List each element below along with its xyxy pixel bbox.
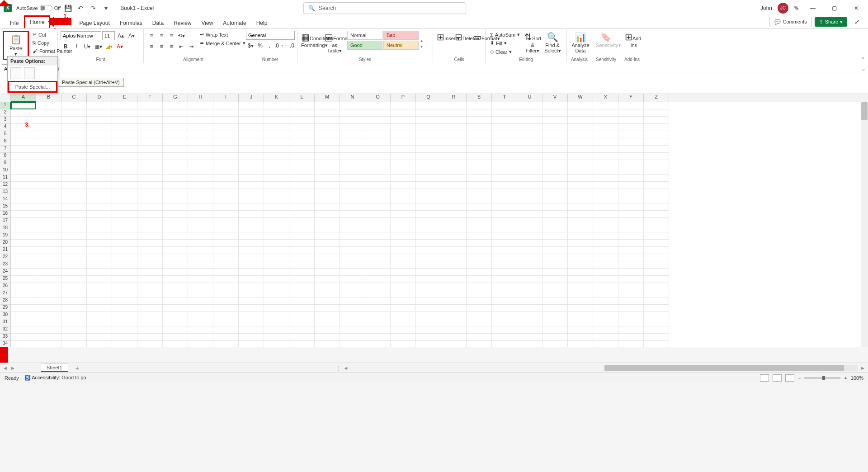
cell-X21[interactable] [593, 247, 618, 254]
cell-Z19[interactable] [644, 232, 669, 240]
cell-Z20[interactable] [644, 240, 669, 247]
cell-J30[interactable] [239, 312, 264, 319]
cell-N25[interactable] [340, 276, 365, 283]
cell-Y14[interactable] [618, 196, 644, 203]
cell-N26[interactable] [340, 283, 365, 290]
autosave-toggle[interactable]: AutoSave Off [16, 5, 61, 11]
cell-A28[interactable] [11, 297, 36, 305]
cell-M3[interactable] [315, 117, 340, 124]
cell-L24[interactable] [289, 269, 315, 276]
cell-D21[interactable] [87, 247, 112, 254]
cell-X16[interactable] [593, 211, 618, 218]
cell-D2[interactable] [87, 109, 112, 117]
cell-X26[interactable] [593, 283, 618, 290]
cell-N16[interactable] [340, 211, 365, 218]
cell-J31[interactable] [239, 319, 264, 326]
fill-color-button[interactable]: ◢▾ [104, 42, 114, 52]
cell-B6[interactable] [36, 138, 61, 146]
row-header-28[interactable]: 28 [0, 297, 11, 305]
row-header-8[interactable]: 8 [0, 153, 11, 160]
cell-Q11[interactable] [416, 175, 441, 182]
cell-W6[interactable] [568, 138, 593, 146]
cell-K11[interactable] [264, 175, 289, 182]
cell-M12[interactable] [315, 182, 340, 189]
style-bad[interactable]: Bad [383, 31, 419, 40]
zoom-level[interactable]: 100% [851, 375, 863, 381]
cell-S15[interactable] [467, 203, 492, 211]
cell-F24[interactable] [137, 269, 163, 276]
cell-V3[interactable] [542, 117, 568, 124]
cell-A31[interactable] [11, 319, 36, 326]
cell-H31[interactable] [188, 319, 213, 326]
cell-Y3[interactable] [618, 117, 644, 124]
cell-E9[interactable] [112, 160, 137, 167]
cell-M11[interactable] [315, 175, 340, 182]
cell-H22[interactable] [188, 254, 213, 261]
cell-E34[interactable] [112, 341, 137, 347]
cell-N14[interactable] [340, 196, 365, 203]
cell-Q27[interactable] [416, 290, 441, 297]
cell-L31[interactable] [289, 319, 315, 326]
cell-Y18[interactable] [618, 225, 644, 232]
cell-O30[interactable] [365, 312, 391, 319]
cell-C32[interactable] [61, 326, 87, 334]
col-header-J[interactable]: J [239, 94, 264, 102]
cell-T34[interactable] [492, 341, 517, 347]
cell-G21[interactable] [163, 247, 188, 254]
cell-W22[interactable] [568, 254, 593, 261]
page-layout-view-icon[interactable] [773, 374, 782, 382]
col-header-F[interactable]: F [137, 94, 163, 102]
cell-S18[interactable] [467, 225, 492, 232]
cell-P16[interactable] [391, 211, 416, 218]
cell-I13[interactable] [213, 189, 239, 196]
cell-X29[interactable] [593, 305, 618, 312]
cell-G13[interactable] [163, 189, 188, 196]
cell-K7[interactable] [264, 146, 289, 153]
cell-W13[interactable] [568, 189, 593, 196]
cell-W2[interactable] [568, 109, 593, 117]
cell-M34[interactable] [315, 341, 340, 347]
cell-J21[interactable] [239, 247, 264, 254]
cell-K18[interactable] [264, 225, 289, 232]
cell-O14[interactable] [365, 196, 391, 203]
col-header-N[interactable]: N [340, 94, 365, 102]
cell-H14[interactable] [188, 196, 213, 203]
col-header-W[interactable]: W [568, 94, 593, 102]
cell-L32[interactable] [289, 326, 315, 334]
cell-Y15[interactable] [618, 203, 644, 211]
minimize-button[interactable]: — [805, 2, 821, 14]
cell-U13[interactable] [517, 189, 542, 196]
cell-Y31[interactable] [618, 319, 644, 326]
cell-Q22[interactable] [416, 254, 441, 261]
sort-filter-button[interactable]: ⇅Sort & Filter▾ [524, 31, 542, 56]
cell-R2[interactable] [441, 109, 467, 117]
cell-O1[interactable] [365, 102, 391, 109]
cell-U10[interactable] [517, 167, 542, 175]
cell-M16[interactable] [315, 211, 340, 218]
row-header-1[interactable]: 1 [0, 102, 11, 109]
cell-X13[interactable] [593, 189, 618, 196]
align-bottom-icon[interactable]: ≡ [166, 31, 176, 41]
row-header-3[interactable]: 3 [0, 117, 11, 124]
row-header-13[interactable]: 13 [0, 189, 11, 196]
cell-O17[interactable] [365, 218, 391, 225]
cell-J24[interactable] [239, 269, 264, 276]
cell-F34[interactable] [137, 341, 163, 347]
cell-C30[interactable] [61, 312, 87, 319]
cell-U3[interactable] [517, 117, 542, 124]
cell-K24[interactable] [264, 269, 289, 276]
cell-A4[interactable] [11, 124, 36, 131]
cell-P27[interactable] [391, 290, 416, 297]
cell-H23[interactable] [188, 261, 213, 269]
cell-V32[interactable] [542, 326, 568, 334]
cell-E13[interactable] [112, 189, 137, 196]
row-header-33[interactable]: 33 [0, 334, 11, 341]
cell-S9[interactable] [467, 160, 492, 167]
cell-Y10[interactable] [618, 167, 644, 175]
cell-P30[interactable] [391, 312, 416, 319]
cell-L22[interactable] [289, 254, 315, 261]
cell-N2[interactable] [340, 109, 365, 117]
cell-R26[interactable] [441, 283, 467, 290]
cell-J3[interactable] [239, 117, 264, 124]
col-header-K[interactable]: K [264, 94, 289, 102]
